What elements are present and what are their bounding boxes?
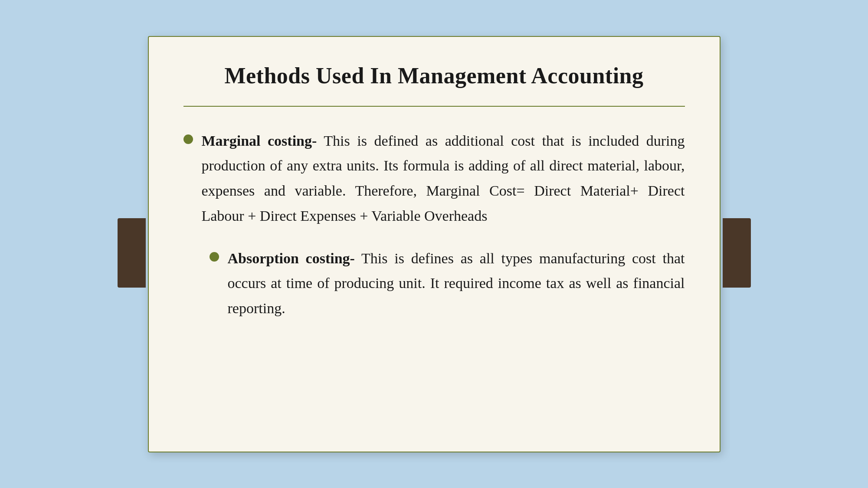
bullet-dot-2 — [210, 252, 219, 262]
bullet-dot-1 — [183, 134, 193, 144]
title-divider — [183, 106, 685, 107]
slide-title: Methods Used In Management Accounting — [183, 63, 685, 88]
slide: Methods Used In Management Accounting Ma… — [148, 36, 721, 452]
right-decorative-tab — [723, 218, 751, 288]
bullet-item-2: Absorption costing- This is defines as a… — [183, 246, 685, 321]
bullet-text-1: Marginal costing- This is defined as add… — [202, 128, 685, 229]
slide-content: Marginal costing- This is defined as add… — [183, 128, 685, 430]
slide-wrapper: Methods Used In Management Accounting Ma… — [144, 29, 725, 459]
bullet-item-1: Marginal costing- This is defined as add… — [183, 128, 685, 229]
bullet-term-1: Marginal costing- — [202, 133, 317, 149]
bullet-term-2: Absorption costing- — [228, 250, 355, 266]
bullet-text-2: Absorption costing- This is defines as a… — [228, 246, 685, 321]
left-decorative-tab — [118, 218, 146, 288]
